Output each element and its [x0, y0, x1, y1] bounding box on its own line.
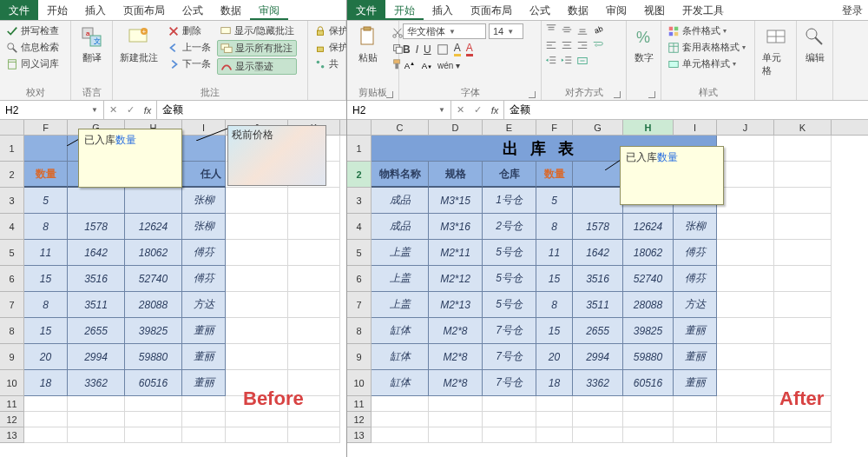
font-color-button[interactable]: A — [466, 42, 473, 56]
shrink-font-button[interactable]: A▼ — [420, 59, 432, 71]
orientation-button[interactable]: ab — [592, 23, 604, 36]
col-E[interactable]: E — [483, 120, 536, 135]
align-middle-button[interactable] — [561, 23, 573, 36]
login-button[interactable]: 登录 — [833, 0, 868, 20]
col-J[interactable]: J — [717, 120, 774, 135]
grow-font-button[interactable]: A▲ — [403, 59, 415, 71]
select-all-button[interactable] — [347, 120, 372, 135]
col-H[interactable]: H — [623, 120, 674, 135]
thesaurus-button[interactable]: 同义词库 — [3, 56, 62, 71]
fill-color-button[interactable]: A — [454, 42, 461, 56]
tab-view[interactable]: 视图 — [635, 0, 674, 20]
col-D[interactable]: D — [429, 120, 483, 135]
delete-comment-button[interactable]: 删除 — [165, 23, 214, 38]
align-bottom-button[interactable] — [576, 23, 589, 36]
share-button[interactable]: 共 — [312, 56, 346, 71]
underline-button[interactable]: U — [424, 43, 431, 56]
align-right-button[interactable] — [576, 39, 589, 51]
tab-home[interactable]: 开始 — [385, 0, 424, 20]
tab-insert[interactable]: 插入 — [76, 0, 115, 20]
research-button[interactable]: 信息检索 — [3, 40, 62, 55]
translate-button[interactable]: a文 翻译 — [75, 23, 109, 66]
tab-data[interactable]: 数据 — [212, 0, 250, 20]
show-all-comments-button[interactable]: 显示所有批注 — [217, 40, 297, 56]
table-style-button[interactable]: 套用表格格式▾ — [665, 40, 748, 55]
tab-review[interactable]: 审阅 — [250, 0, 288, 20]
inc-indent-button[interactable] — [561, 55, 573, 67]
number-label: 数字 — [635, 51, 654, 64]
next-comment-button[interactable]: 下一条 — [165, 56, 214, 71]
align-left-button[interactable] — [545, 39, 557, 51]
fx-button[interactable]: fx — [486, 105, 503, 116]
phonetic-button[interactable]: wén ▾ — [437, 61, 460, 70]
tab-insert[interactable]: 插入 — [424, 0, 462, 20]
svg-line-78 — [605, 160, 621, 170]
tab-data[interactable]: 数据 — [559, 0, 597, 20]
lock-icon — [314, 25, 326, 37]
toggle-comment-button[interactable]: 显示/隐藏批注 — [217, 23, 297, 38]
svg-rect-32 — [437, 44, 447, 54]
tab-pagelayout[interactable]: 页面布局 — [115, 0, 174, 20]
comment-box[interactable]: 已入库数量 — [620, 146, 724, 205]
tab-dev[interactable]: 开发工具 — [674, 0, 733, 20]
prev-comment-button[interactable]: 上一条 — [165, 40, 214, 55]
col-G[interactable]: G — [573, 120, 623, 135]
group-styles-label: 样式 — [665, 84, 751, 100]
dialog-launcher-icon[interactable] — [386, 91, 393, 98]
align-top-button[interactable] — [545, 23, 557, 36]
font-name-combo[interactable]: 华文楷体▼ — [403, 23, 486, 39]
merge-button[interactable] — [576, 55, 589, 67]
dialog-launcher-icon[interactable] — [648, 91, 655, 98]
protect-sheet-button[interactable]: 保护 — [312, 23, 346, 38]
svg-rect-68 — [674, 31, 678, 35]
align-center-button[interactable] — [561, 39, 573, 51]
name-box[interactable]: H2▼ — [347, 101, 451, 119]
new-comment-button[interactable]: + 新建批注 — [116, 23, 161, 66]
tab-review[interactable]: 审阅 — [597, 0, 635, 20]
col-K[interactable]: K — [774, 120, 832, 135]
image-comment-box[interactable]: 税前价格 — [227, 125, 326, 186]
dialog-launcher-icon[interactable] — [614, 91, 621, 98]
editing-button[interactable]: 编辑 — [798, 23, 832, 66]
cancel-fx-button[interactable]: ✕ — [104, 104, 122, 116]
dialog-launcher-icon[interactable] — [529, 91, 536, 98]
cancel-fx-button[interactable]: ✕ — [451, 104, 469, 116]
col-F[interactable]: F — [24, 120, 68, 135]
formula-input[interactable]: 金额 — [157, 101, 346, 119]
name-box[interactable]: H2▼ — [0, 101, 104, 119]
tab-file[interactable]: 文件 — [0, 0, 38, 20]
tab-file[interactable]: 文件 — [347, 0, 385, 20]
dec-indent-button[interactable] — [545, 55, 557, 67]
tab-home[interactable]: 开始 — [38, 0, 76, 20]
spellcheck-button[interactable]: 拼写检查 — [3, 23, 62, 38]
col-I[interactable]: I — [674, 120, 717, 135]
tab-formulas[interactable]: 公式 — [521, 0, 559, 20]
new-comment-label: 新建批注 — [120, 51, 158, 64]
fx-icons: ✕ ✓ fx — [451, 101, 504, 119]
cell-style-button[interactable]: 单元格样式▾ — [665, 56, 748, 71]
col-C[interactable]: C — [372, 120, 429, 135]
col-F[interactable]: F — [536, 120, 573, 135]
tab-formulas[interactable]: 公式 — [174, 0, 212, 20]
confirm-fx-button[interactable]: ✓ — [469, 104, 486, 116]
bold-button[interactable]: B — [403, 43, 411, 56]
svg-text:▼: ▼ — [427, 63, 432, 70]
cond-format-button[interactable]: 条件格式▾ — [665, 23, 748, 38]
cells-button[interactable]: 单元格 — [759, 23, 793, 79]
border-button[interactable] — [437, 43, 449, 56]
show-ink-button[interactable]: 显示墨迹 — [217, 58, 297, 75]
protect-wb-button[interactable]: 保护 — [312, 40, 346, 55]
confirm-fx-button[interactable]: ✓ — [122, 104, 139, 116]
comment-box[interactable]: 已入库数量 — [78, 129, 182, 188]
translate-label: 翻译 — [82, 51, 102, 64]
tab-pagelayout[interactable]: 页面布局 — [462, 0, 521, 20]
wrap-text-button[interactable] — [592, 39, 604, 51]
formula-input[interactable]: 金额 — [504, 101, 868, 119]
next-comment-label: 下一条 — [182, 57, 211, 70]
italic-button[interactable]: I — [416, 43, 418, 56]
font-size-combo[interactable]: 14▼ — [489, 23, 523, 39]
select-all-button[interactable] — [0, 120, 24, 135]
number-format-button[interactable]: % 数字 — [627, 23, 661, 66]
fx-button[interactable]: fx — [139, 105, 156, 116]
paste-button[interactable]: 粘贴 — [351, 23, 385, 66]
